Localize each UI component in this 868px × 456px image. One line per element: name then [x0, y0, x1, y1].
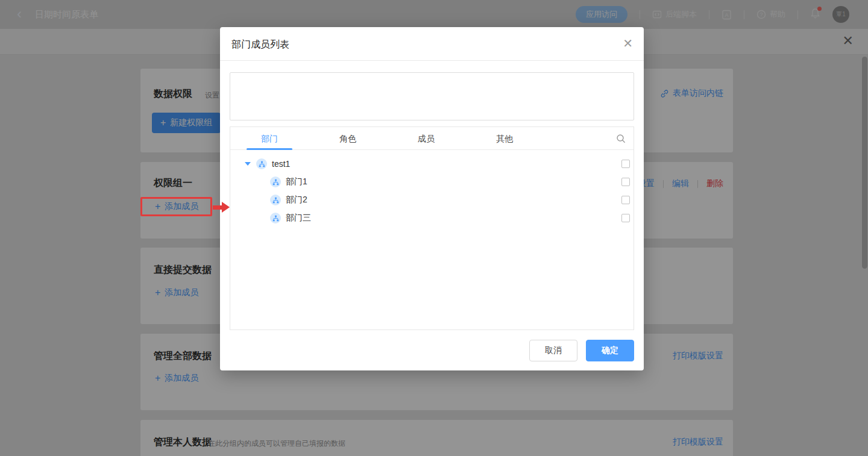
- modal-close-icon[interactable]: ✕: [623, 37, 633, 49]
- annotation-arrow: [213, 205, 222, 210]
- tree-node-label: test1: [272, 159, 290, 169]
- cancel-button[interactable]: 取消: [529, 340, 577, 361]
- annotation-arrow-head: [222, 202, 230, 213]
- tree-row-root[interactable]: test1: [230, 155, 634, 173]
- tab-department[interactable]: 部门: [230, 127, 309, 149]
- department-icon: [270, 176, 281, 187]
- screen: ‹ 日期时间原表单 应用访问 后端脚本 A: [0, 0, 868, 456]
- modal-title: 部门成员列表: [231, 39, 289, 51]
- department-icon: [256, 158, 267, 169]
- selected-members-box[interactable]: [230, 72, 634, 120]
- member-picker-modal: 部门成员列表 ✕ 部门 角色 成员 其他: [220, 27, 644, 370]
- modal-header: 部门成员列表 ✕: [220, 27, 644, 61]
- department-icon: [270, 195, 281, 205]
- checkbox[interactable]: [621, 160, 630, 168]
- tree-node-label: 部门2: [286, 195, 307, 205]
- tab-role[interactable]: 角色: [309, 127, 387, 149]
- search-icon[interactable]: [616, 134, 626, 143]
- modal-footer: 取消 确定: [529, 340, 634, 361]
- picker-tabs: 部门 角色 成员 其他: [230, 127, 634, 150]
- confirm-button[interactable]: 确定: [586, 340, 634, 361]
- checkbox[interactable]: [621, 214, 630, 222]
- checkbox[interactable]: [621, 196, 630, 204]
- checkbox[interactable]: [621, 178, 630, 186]
- tab-other[interactable]: 其他: [465, 127, 544, 149]
- collapse-toggle-icon[interactable]: [245, 162, 251, 166]
- tree-row-child[interactable]: 部门1: [230, 173, 634, 191]
- tab-member[interactable]: 成员: [387, 127, 465, 149]
- member-picker-panel: 部门 角色 成员 其他: [230, 126, 634, 330]
- tree-row-child[interactable]: 部门三: [230, 209, 634, 227]
- tree-row-child[interactable]: 部门2: [230, 191, 634, 209]
- tree-node-label: 部门三: [286, 213, 311, 223]
- department-icon: [270, 213, 281, 223]
- department-tree: test1 部门1: [230, 150, 634, 227]
- tree-node-label: 部门1: [286, 176, 307, 187]
- annotation-highlight-box: [140, 197, 212, 216]
